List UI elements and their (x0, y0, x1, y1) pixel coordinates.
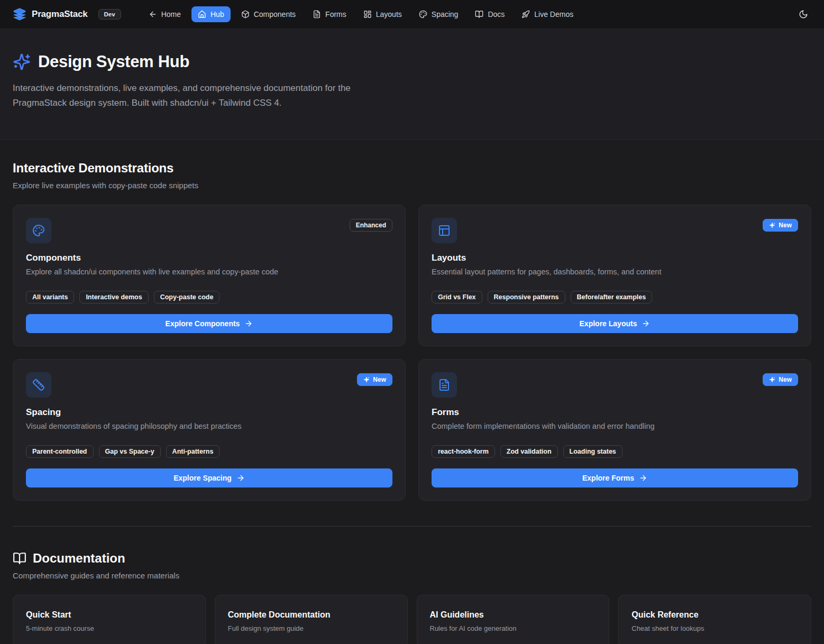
tag: Gap vs Space-y (99, 445, 161, 458)
demo-card-components: Enhanced Components Explore all shadcn/u… (13, 205, 406, 346)
new-badge: New (357, 373, 392, 386)
layers-logo-icon (13, 7, 26, 21)
demos-subheading: Explore live examples with copy-paste co… (13, 181, 811, 190)
explore-forms-button[interactable]: Explore Forms (432, 468, 798, 487)
doc-card-description: Cheat sheet for lookups (631, 624, 798, 632)
env-badge: Dev (98, 9, 121, 20)
card-description: Visual demonstrations of spacing philoso… (26, 422, 392, 430)
file-text-icon (313, 10, 321, 19)
demo-card-spacing: New Spacing Visual demonstrations of spa… (13, 359, 406, 501)
card-header: New (432, 372, 798, 398)
sparkles-icon (769, 222, 775, 228)
doc-card-grid: Quick Start 5-minute crash course Comple… (13, 595, 811, 644)
card-description: Complete form implementations with valid… (432, 422, 798, 430)
tag: Zod validation (500, 445, 558, 458)
tag: react-hook-form (432, 445, 495, 458)
brand[interactable]: PragmaStack Dev (13, 7, 121, 21)
book-open-icon (475, 10, 483, 19)
brand-name: PragmaStack (32, 9, 88, 20)
card-title: Spacing (26, 407, 392, 418)
top-navbar: PragmaStack Dev Home Hub Components Form… (0, 0, 824, 29)
nav-item-layouts[interactable]: Layouts (357, 6, 408, 22)
arrow-right-icon (236, 474, 245, 482)
palette-icon (419, 10, 427, 19)
nav-item-components[interactable]: Components (235, 6, 302, 22)
demo-card-grid: Enhanced Components Explore all shadcn/u… (13, 205, 811, 501)
rocket-icon (521, 10, 530, 19)
theme-toggle-button[interactable] (795, 6, 811, 22)
doc-card-ai-guidelines[interactable]: AI Guidelines Rules for AI code generati… (417, 595, 610, 644)
nav-item-live-demos[interactable]: Live Demos (515, 6, 580, 22)
card-header: New (26, 372, 392, 398)
status-badge: Enhanced (350, 219, 392, 232)
arrow-right-icon (642, 319, 650, 328)
tag-row: All variants Interactive demos Copy-past… (26, 291, 392, 303)
page-title: Design System Hub (13, 52, 811, 71)
demo-card-forms: New Forms Complete form implementations … (418, 359, 811, 501)
sparkles-icon (769, 376, 775, 383)
tag-row: Parent-controlled Gap vs Space-y Anti-pa… (26, 445, 392, 458)
hero-section: Design System Hub Interactive demonstrat… (0, 29, 824, 140)
doc-card-complete-documentation[interactable]: Complete Documentation Full design syste… (215, 595, 408, 644)
layout-grid-icon (363, 10, 372, 19)
hero-description: Interactive demonstrations, live example… (13, 81, 407, 111)
tag: Copy-paste code (154, 291, 220, 303)
card-header: Enhanced (26, 218, 392, 243)
main-nav: Home Hub Components Forms Layouts Spacin… (142, 6, 580, 22)
tag: Responsive patterns (488, 291, 565, 303)
demos-section: Interactive Demonstrations Explore live … (13, 140, 811, 501)
doc-card-description: Rules for AI code generation (430, 624, 597, 632)
sparkles-icon (13, 53, 31, 71)
doc-card-description: Full design system guide (228, 624, 395, 632)
file-text-icon (432, 372, 457, 398)
book-open-icon (13, 551, 26, 565)
tag: Anti-patterns (166, 445, 220, 458)
doc-card-title: Quick Start (26, 610, 193, 620)
sparkles-icon (363, 376, 370, 383)
tag: Loading states (563, 445, 622, 458)
doc-card-title: Quick Reference (631, 610, 798, 620)
card-title: Layouts (432, 253, 798, 263)
tag: Before/after examples (571, 291, 653, 303)
house-icon (198, 10, 206, 19)
moon-icon (799, 10, 808, 19)
nav-item-spacing[interactable]: Spacing (413, 6, 465, 22)
ruler-icon (26, 372, 51, 398)
card-description: Essential layout patterns for pages, das… (432, 268, 798, 276)
explore-layouts-button[interactable]: Explore Layouts (432, 314, 798, 333)
doc-card-description: 5-minute crash course (26, 624, 193, 632)
card-title: Components (26, 253, 392, 263)
tag-row: react-hook-form Zod validation Loading s… (432, 445, 798, 458)
nav-item-forms[interactable]: Forms (306, 6, 353, 22)
main-content: Interactive Demonstrations Explore live … (0, 140, 824, 644)
arrow-left-icon (149, 10, 157, 19)
doc-card-quick-reference[interactable]: Quick Reference Cheat sheet for lookups (618, 595, 811, 644)
tag: Parent-controlled (26, 445, 94, 458)
demos-heading: Interactive Demonstrations (13, 161, 811, 176)
arrow-right-icon (244, 319, 253, 328)
nav-item-docs[interactable]: Docs (469, 6, 511, 22)
tag-row: Grid vs Flex Responsive patterns Before/… (432, 291, 798, 303)
doc-card-title: Complete Documentation (228, 610, 395, 620)
explore-spacing-button[interactable]: Explore Spacing (26, 468, 392, 487)
card-header: New (432, 218, 798, 243)
nav-item-hub[interactable]: Hub (191, 6, 231, 22)
doc-card-quick-start[interactable]: Quick Start 5-minute crash course (13, 595, 206, 644)
doc-card-title: AI Guidelines (430, 610, 597, 620)
docs-section: Documentation Comprehensive guides and r… (13, 527, 811, 644)
nav-item-home[interactable]: Home (142, 6, 187, 22)
tag: All variants (26, 291, 74, 303)
panels-top-icon (432, 218, 457, 243)
arrow-right-icon (639, 474, 647, 482)
new-badge: New (763, 219, 798, 232)
tag: Interactive demos (79, 291, 148, 303)
palette-icon (26, 218, 51, 243)
explore-components-button[interactable]: Explore Components (26, 314, 392, 333)
new-badge: New (763, 373, 798, 386)
docs-subheading: Comprehensive guides and reference mater… (13, 571, 811, 580)
package-icon (241, 10, 250, 19)
demo-card-layouts: New Layouts Essential layout patterns fo… (418, 205, 811, 346)
card-description: Explore all shadcn/ui components with li… (26, 268, 392, 276)
docs-heading: Documentation (13, 551, 811, 566)
tag: Grid vs Flex (432, 291, 482, 303)
